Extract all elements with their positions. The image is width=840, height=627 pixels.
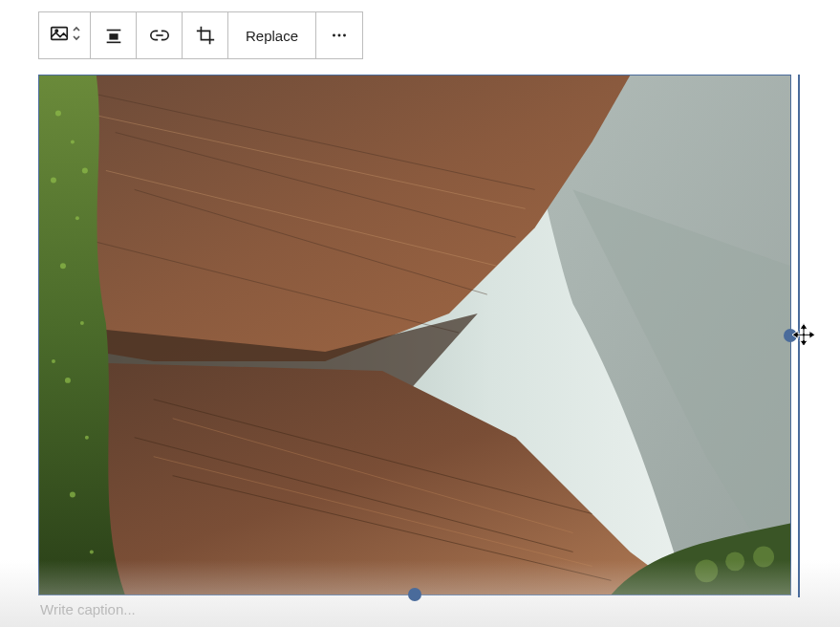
- caption-input[interactable]: [40, 601, 786, 617]
- replace-label: Replace: [246, 28, 298, 44]
- link-button[interactable]: [137, 12, 183, 58]
- svg-point-6: [333, 34, 335, 37]
- image-canvas: [39, 76, 790, 595]
- svg-rect-3: [109, 33, 118, 39]
- block-type-switcher[interactable]: [39, 12, 91, 58]
- replace-button[interactable]: Replace: [228, 12, 316, 58]
- svg-point-8: [343, 34, 346, 37]
- svg-rect-0: [51, 28, 67, 40]
- resize-handle-right[interactable]: [784, 329, 797, 342]
- crop-button[interactable]: [183, 12, 228, 58]
- align-button[interactable]: [91, 12, 137, 58]
- crop-icon: [195, 25, 216, 46]
- link-icon: [149, 25, 170, 46]
- chevron-updown-icon: [72, 25, 81, 46]
- resize-edge-right[interactable]: [798, 75, 800, 597]
- more-horizontal-icon: [329, 25, 350, 46]
- svg-point-1: [55, 30, 57, 32]
- block-toolbar: Replace: [38, 11, 363, 59]
- image-icon: [49, 23, 70, 48]
- align-center-icon: [103, 25, 124, 46]
- image-block[interactable]: [38, 75, 791, 595]
- resize-handle-bottom[interactable]: [408, 588, 421, 601]
- svg-point-7: [338, 34, 341, 37]
- more-options-button[interactable]: [316, 12, 362, 58]
